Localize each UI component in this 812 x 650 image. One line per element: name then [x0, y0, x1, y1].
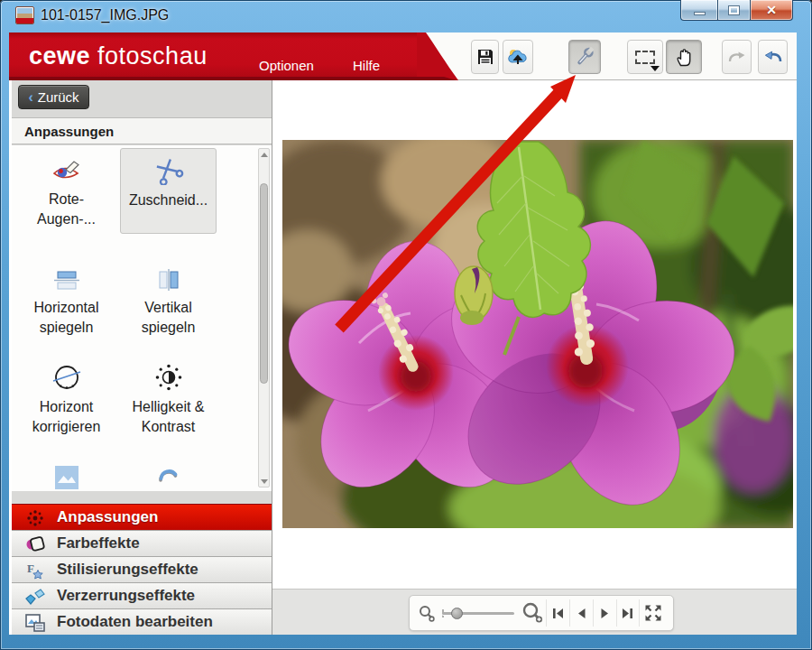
upload-button[interactable] [503, 40, 533, 74]
category-fotodaten[interactable]: Fotodaten bearbeiten [12, 608, 272, 635]
title-bar[interactable]: 101-0157_IMG.JPG ✕ [0, 0, 812, 32]
logo-light: fotoschau [97, 42, 208, 70]
crop-scissors-icon [153, 158, 184, 185]
panel-title: Anpassungen [12, 117, 272, 144]
stylize-star-icon: F [23, 560, 47, 580]
hand-icon [675, 47, 693, 67]
close-icon: ✕ [766, 3, 777, 17]
photo-canvas[interactable] [272, 80, 797, 635]
distortion-gems-icon [23, 586, 47, 607]
selection-rectangle-icon [635, 51, 655, 64]
wrench-icon [574, 46, 595, 68]
sparkle-adjust-icon [23, 507, 47, 528]
color-palette-icon [23, 534, 47, 554]
app-body: cewe fotoschau Optionen Hilfe [9, 32, 797, 635]
logo-bold: cewe [29, 42, 90, 70]
image-icon [53, 464, 80, 491]
sidebar: ‹ Zurück Anpassungen Rote- Augen-.. [12, 80, 272, 635]
zoom-slider[interactable] [442, 599, 514, 627]
tool-horizontal-spiegeln[interactable]: Horizontal spiegeln [18, 256, 115, 337]
tool-label: Horizontal spiegeln [18, 298, 115, 337]
close-button[interactable]: ✕ [751, 0, 793, 21]
scrollbar-thumb[interactable] [260, 183, 268, 384]
dropdown-arrow-icon [651, 66, 660, 71]
zoom-out-icon [418, 605, 435, 622]
tool-partial-rotate[interactable] [120, 455, 217, 491]
next-photo-button[interactable] [593, 599, 616, 627]
redo-arrow-icon [727, 50, 747, 64]
last-icon [621, 608, 634, 619]
wrench-tools-button[interactable] [568, 40, 601, 74]
zoom-in-button[interactable] [520, 599, 546, 627]
tool-rote-augen[interactable]: Rote- Augen-... [18, 148, 115, 228]
flip-vertical-icon [156, 267, 181, 292]
tool-grid: Rote- Augen-... Zuschneid. [12, 145, 272, 491]
last-photo-button[interactable] [616, 599, 640, 627]
zoom-in-icon [521, 602, 544, 624]
previous-photo-button[interactable] [569, 599, 593, 627]
tool-horizont-korrigieren[interactable]: Horizont korrigieren [18, 356, 115, 436]
app-icon [15, 6, 34, 24]
menu-hilfe[interactable]: Hilfe [353, 58, 380, 73]
first-photo-button[interactable] [546, 599, 569, 627]
tool-zuschneiden[interactable]: Zuschneid... [120, 148, 217, 234]
category-verzerrungseffekte[interactable]: Verzerrungseffekte [12, 582, 272, 608]
scroll-up-icon[interactable] [259, 149, 269, 160]
next-icon [600, 608, 610, 619]
slider-thumb[interactable] [451, 608, 463, 619]
menu-optionen[interactable]: Optionen [259, 58, 314, 73]
minimize-button[interactable] [680, 0, 717, 21]
previous-icon [577, 608, 586, 619]
application-window: 101-0157_IMG.JPG ✕ cewe fotoschau Option… [0, 0, 812, 650]
tool-label: Horizont korrigieren [18, 397, 115, 436]
pan-tool-button[interactable] [666, 40, 702, 74]
save-button[interactable] [471, 40, 499, 74]
back-button[interactable]: ‹ Zurück [18, 85, 89, 109]
tool-helligkeit-kontrast[interactable]: Helligkeit & Kontrast [120, 356, 217, 436]
maximize-icon [729, 6, 739, 14]
first-icon [551, 608, 565, 619]
rotate-swirl-icon [155, 464, 182, 491]
tool-label: Vertikal spiegeln [120, 298, 217, 337]
brand-band-curve [417, 32, 458, 80]
horizon-level-icon [51, 363, 83, 392]
window-title: 101-0157_IMG.JPG [41, 7, 169, 23]
maximize-button[interactable] [717, 0, 751, 21]
undo-arrow-icon [763, 50, 783, 65]
tool-label: Zuschneid... [121, 190, 216, 210]
fullscreen-icon [644, 604, 662, 622]
redo-button[interactable] [722, 40, 752, 74]
floppy-disk-icon [476, 48, 494, 66]
app-logo: cewe fotoschau [29, 42, 208, 70]
brightness-contrast-icon [154, 363, 183, 392]
tool-label: Rote- Augen-... [18, 190, 115, 228]
category-stilisierungseffekte[interactable]: F Stilisierungseffekte [12, 556, 272, 582]
zoom-out-button[interactable] [416, 599, 437, 627]
category-list: Anpassungen Farbeffekte [12, 504, 272, 635]
tool-partial-image[interactable] [18, 455, 115, 491]
minimize-icon [694, 12, 706, 15]
category-anpassungen[interactable]: Anpassungen [12, 504, 272, 530]
selection-tool-button[interactable] [627, 40, 663, 74]
photo-hibiscus[interactable] [282, 140, 793, 528]
tool-label: Helligkeit & Kontrast [120, 397, 217, 436]
tool-vertikal-spiegeln[interactable]: Vertikal spiegeln [120, 256, 217, 337]
cloud-upload-icon [507, 48, 529, 66]
category-farbeffekte[interactable]: Farbeffekte [12, 530, 272, 556]
flip-horizontal-icon [52, 269, 81, 292]
scroll-down-icon[interactable] [259, 476, 269, 487]
red-eye-removal-icon [51, 157, 82, 184]
photo-edit-icon [23, 612, 47, 633]
tools-scrollbar[interactable] [258, 148, 270, 488]
header: cewe fotoschau Optionen Hilfe [9, 32, 797, 80]
undo-button[interactable] [758, 40, 788, 74]
chevron-left-icon: ‹ [28, 89, 32, 106]
zoom-toolbar [409, 595, 674, 631]
back-button-label: Zurück [38, 89, 79, 105]
fullscreen-button[interactable] [639, 599, 667, 627]
